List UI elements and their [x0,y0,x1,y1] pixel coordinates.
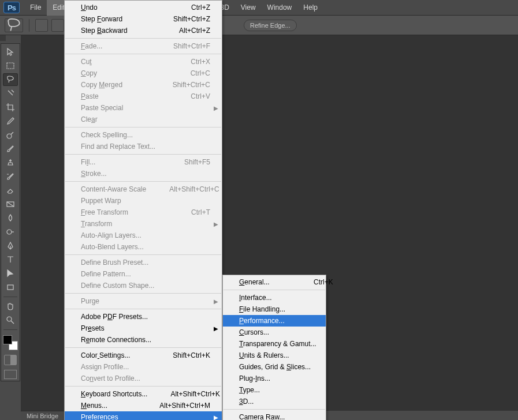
menu-item-label: Camera Raw... [239,413,314,420]
menu-item-shortcut: Alt+Shift+Ctrl+M [159,402,210,410]
healing-brush-tool[interactable] [3,129,18,141]
prefs-menu-item-transparency-gamut[interactable]: Transparency & Gamut... [223,338,326,350]
color-swatches[interactable] [3,335,18,350]
edit-menu-item-copy: CopyCtrl+C [65,68,222,79]
menubar-item-view[interactable]: View [235,0,262,16]
prefs-menu-item-general[interactable]: General...Ctrl+K [223,276,326,288]
menu-item-label: Define Brush Preset... [81,258,210,267]
edit-menu-item-auto-blend-layers: Auto-Blend Layers... [65,241,222,253]
edit-menu-item-auto-align-layers: Auto-Align Layers... [65,230,222,241]
menu-item-label: Units & Rulers... [239,351,314,359]
selection-add-button[interactable] [51,19,64,32]
prefs-menu-item-cursors[interactable]: Cursors... [223,327,326,338]
prefs-menu-item-performance[interactable]: Performance... [223,315,326,327]
edit-menu-item-keyboard-shortcuts[interactable]: Keyboard Shortcuts...Alt+Shift+Ctrl+K [65,388,222,400]
edit-menu-item-step-forward[interactable]: Step ForwardShift+Ctrl+Z [65,13,222,25]
menu-item-label: Assign Profile... [81,363,210,371]
edit-menu-item-step-backward[interactable]: Step BackwardAlt+Ctrl+Z [65,25,222,36]
quick-mask-toggle[interactable] [4,355,17,365]
prefs-menu-item-file-handling[interactable]: File Handling... [223,303,326,315]
edit-menu-item-remote-connections[interactable]: Remote Connections... [65,334,222,346]
svg-point-5 [7,317,12,321]
clone-stamp-tool[interactable] [3,156,18,169]
move-tool[interactable] [3,46,18,58]
menu-item-shortcut: Shift+Ctrl+C [170,81,210,89]
tool-preset-picker[interactable] [5,18,23,32]
menu-item-label: Keyboard Shortcuts... [81,390,147,398]
zoom-tool[interactable] [3,314,18,327]
menu-item-shortcut: Ctrl+V [170,92,210,100]
menu-item-label: Fill... [81,158,147,166]
foreground-color-swatch[interactable] [3,335,12,344]
edit-menu-item-convert-to-profile: Convert to Profile... [65,373,222,384]
chevron-right-icon: ▶ [214,221,218,227]
edit-menu-item-menus[interactable]: Menus...Alt+Shift+Ctrl+M [65,400,222,411]
edit-menu-item-purge: Purge▶ [65,295,222,307]
menu-item-label: Define Pattern... [81,270,210,278]
prefs-menu-item-guides-grid-slices[interactable]: Guides, Grid & Slices... [223,361,326,373]
menu-item-label: Convert to Profile... [81,374,210,382]
edit-menu-item-clear: Clear [65,114,222,125]
menu-item-label: Interface... [239,294,314,302]
edit-menu-item-assign-profile: Assign Profile... [65,361,222,373]
marquee-tool[interactable] [3,59,18,72]
edit-menu-item-color-settings[interactable]: Color Settings...Shift+Ctrl+K [65,350,222,361]
menu-item-label: Define Custom Shape... [81,282,210,290]
edit-menu-item-adobe-pdf-presets[interactable]: Adobe PDF Presets... [65,311,222,322]
menu-item-label: Check Spelling... [81,131,210,139]
brush-tool[interactable] [3,142,18,155]
menubar-item-file[interactable]: File [24,0,47,16]
menu-item-shortcut: Ctrl+K [293,278,333,286]
dodge-tool[interactable] [3,226,18,238]
prefs-menu-item-type[interactable]: Type... [223,384,326,396]
menubar-item-window[interactable]: Window [262,0,298,16]
edit-menu-item-stroke: Stroke... [65,168,222,179]
quick-selection-tool[interactable] [3,87,18,100]
menu-item-shortcut: Ctrl+Z [170,3,210,12]
edit-menu-item-define-pattern: Define Pattern... [65,268,222,280]
crop-tool[interactable] [3,101,18,114]
lasso-icon [5,17,23,34]
menu-item-label: Auto-Blend Layers... [81,243,210,251]
menubar-item-help[interactable]: Help [297,0,323,16]
prefs-menu-item-interface[interactable]: Interface... [223,292,326,303]
screen-mode-button[interactable] [4,370,17,379]
prefs-menu-item-camera-raw[interactable]: Camera Raw... [223,411,326,420]
history-brush-tool[interactable] [3,170,18,183]
edit-menu-item-define-brush-preset: Define Brush Preset... [65,257,222,268]
panel-collapse-tab[interactable] [0,35,6,41]
pen-tool[interactable] [3,239,18,252]
menu-item-label: Type... [239,386,314,394]
prefs-menu-item-units-rulers[interactable]: Units & Rulers... [223,350,326,361]
menu-item-shortcut: Ctrl+C [170,69,210,77]
menu-item-shortcut: Ctrl+X [170,58,210,66]
hand-tool[interactable] [3,300,18,313]
menu-item-label: Undo [81,3,147,12]
refine-edge-button[interactable]: Refine Edge... [244,20,297,31]
prefs-menu-item-3d[interactable]: 3D... [223,396,326,407]
edit-menu-item-preferences[interactable]: Preferences▶ [65,411,222,420]
menu-item-label: Clear [81,115,210,123]
edit-menu-item-presets[interactable]: Presets▶ [65,322,222,334]
menu-item-label: Transform [81,220,210,228]
path-selection-tool[interactable] [3,267,18,280]
edit-menu-item-undo[interactable]: UndoCtrl+Z [65,2,222,13]
menu-item-shortcut: Alt+Shift+Ctrl+K [170,390,211,398]
blur-tool[interactable] [3,212,18,224]
menu-item-label: Color Settings... [81,351,147,359]
shape-tool[interactable] [3,281,18,294]
menu-item-shortcut: Alt+Ctrl+Z [170,27,210,35]
chevron-right-icon: ▶ [214,325,218,332]
type-tool[interactable] [3,253,18,266]
menu-separator [223,409,325,410]
menu-item-label: Adobe PDF Presets... [81,313,210,321]
menu-item-shortcut: Shift+F5 [170,158,210,166]
lasso-tool[interactable] [3,73,18,86]
eyedropper-tool[interactable] [3,115,18,127]
selection-new-button[interactable] [35,19,48,32]
chevron-right-icon: ▶ [214,105,218,111]
gradient-tool[interactable] [3,198,18,211]
prefs-menu-item-plug-ins[interactable]: Plug-Ins... [223,373,326,384]
svg-rect-0 [7,63,14,69]
eraser-tool[interactable] [3,184,18,197]
